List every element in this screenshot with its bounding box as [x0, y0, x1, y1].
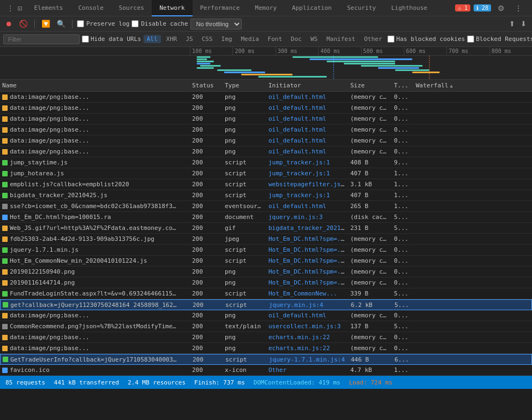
initiator-link[interactable]: usercollect.min.js:3 — [268, 323, 340, 330]
blocked-cookies-checkbox[interactable] — [387, 36, 394, 43]
table-row[interactable]: jump_staytime.js 200 script jump_tracker… — [0, 157, 532, 168]
tab-network[interactable]: Network — [152, 0, 192, 16]
initiator-link[interactable]: jump_tracker.js:1 — [268, 170, 330, 177]
filter-other[interactable]: Other — [361, 35, 385, 43]
tab-memory[interactable]: Memory — [247, 0, 284, 16]
th-name[interactable]: Name — [0, 82, 190, 89]
initiator-link[interactable]: jquery.min.js:4 — [269, 301, 323, 309]
initiator-link[interactable]: oil_default.html — [268, 148, 326, 155]
table-row[interactable]: CommonRecommend.png?json=%7B%22lastModif… — [0, 321, 532, 332]
initiator-link[interactable]: jquery.min.js:3 — [268, 214, 322, 221]
tab-application[interactable]: Application — [284, 0, 339, 16]
filter-manifest[interactable]: Manifest — [323, 35, 358, 43]
initiator-link[interactable]: Other — [268, 366, 286, 374]
initiator-link[interactable]: Hot_Em_DC.html?spm=... — [268, 246, 348, 253]
initiator-link[interactable]: Hot_Em_CommonNew... — [268, 290, 337, 297]
table-row[interactable]: jump_hotarea.js 200 script jump_tracker.… — [0, 168, 532, 179]
hide-data-urls-checkbox[interactable] — [82, 36, 89, 43]
initiator-link[interactable]: echarts.min.js:22 — [268, 334, 330, 341]
initiator-link[interactable]: jump_tracker.js:1 — [268, 192, 330, 199]
table-row[interactable]: data:image/png;base... 200 png oil_defau… — [0, 135, 532, 146]
blocked-requests-label[interactable]: Blocked Requests — [467, 36, 532, 43]
filter-doc[interactable]: Doc — [288, 35, 305, 43]
initiator-link[interactable]: Hot_Em_DC.html?spm=... — [268, 268, 348, 275]
hide-data-urls-label[interactable]: Hide data URLs — [82, 36, 141, 43]
table-row[interactable]: data:image/png;base... 200 png oil_defau… — [0, 114, 532, 125]
upload-button[interactable]: ⬆ — [507, 19, 517, 29]
initiator-link[interactable]: oil_default.html — [268, 137, 326, 144]
download-button[interactable]: ⬇ — [518, 19, 529, 29]
initiator-link[interactable]: Hot_Em_DC.html?spm=... — [268, 257, 348, 264]
th-size[interactable]: Size — [348, 82, 392, 89]
clear-button[interactable]: 🚫 — [17, 19, 30, 29]
cell-size: (memory cac... — [348, 257, 392, 264]
filter-js[interactable]: JS — [182, 35, 196, 43]
table-row[interactable]: data:image/png;base... 200 png oil_defau… — [0, 146, 532, 157]
filter-ws[interactable]: WS — [307, 35, 321, 43]
table-row[interactable]: Web_JS.gif?url=http%3A%2F%2Fdata.eastmon… — [0, 223, 532, 234]
blocked-requests-checkbox[interactable] — [467, 36, 474, 43]
initiator-link[interactable]: oil_default.html — [268, 312, 326, 319]
table-row[interactable]: data:image/png;base... 200 png echarts.m… — [0, 332, 532, 343]
initiator-link[interactable]: jquery-1.7.1.min.js:4 — [269, 356, 345, 363]
tab-lighthouse[interactable]: Lighthouse — [384, 0, 435, 16]
initiator-link[interactable]: Hot_Em_DC.html?spm=... — [268, 235, 348, 242]
table-row[interactable]: jquery-1.7.1.min.js 200 script Hot_Em_DC… — [0, 245, 532, 256]
table-row[interactable]: empblist.js?callback=empblist2020 200 sc… — [0, 179, 532, 190]
filter-input[interactable] — [3, 34, 80, 44]
table-row[interactable]: data:image/png;base... 200 png oil_defau… — [0, 92, 532, 103]
table-row[interactable]: Hot_Em_CommonNew_min_20200410101224.js 2… — [0, 256, 532, 267]
initiator-link[interactable]: jump_tracker.js:1 — [268, 159, 330, 166]
table-row[interactable]: data:image/png;base... 200 png echarts.m… — [0, 343, 532, 354]
blocked-cookies-label[interactable]: Has blocked cookies — [387, 36, 465, 43]
more-button[interactable]: ⋮ — [511, 3, 525, 13]
initiator-link[interactable]: oil_default.html — [268, 104, 326, 111]
table-row[interactable]: data:image/png;base... 200 png oil_defau… — [0, 310, 532, 321]
initiator-link[interactable]: oil_default.html — [268, 203, 326, 210]
table-row[interactable]: FundTradeLoginState.aspx?lt=&v=0.6932464… — [0, 288, 532, 299]
initiator-link[interactable]: websitepagefilter.js:26 — [268, 181, 348, 188]
th-initiator[interactable]: Initiator — [266, 82, 348, 89]
initiator-link[interactable]: echarts.min.js:22 — [268, 345, 330, 352]
preserve-log-label[interactable]: Preserve log — [77, 20, 129, 27]
table-row[interactable]: sse?cb=icomet_cb_0&cname=bdc02c361aab973… — [0, 201, 532, 212]
filter-css[interactable]: CSS — [199, 35, 216, 43]
initiator-link[interactable]: bigdata_tracker_202104... — [268, 224, 348, 232]
filter-media[interactable]: Media — [237, 35, 262, 43]
table-row[interactable]: 20190116144714.png 200 png Hot_Em_DC.htm… — [0, 277, 532, 288]
filter-all[interactable]: All — [144, 35, 161, 43]
search-button[interactable]: 🔍 — [55, 19, 68, 29]
initiator-link[interactable]: oil_default.html — [268, 126, 326, 133]
throttle-select[interactable]: No throttling — [190, 19, 242, 29]
tab-sources[interactable]: Sources — [111, 0, 152, 16]
table-row[interactable]: data:image/png;base... 200 png oil_defau… — [0, 103, 532, 114]
disable-cache-label[interactable]: Disable cache — [131, 20, 188, 27]
filter-xhr[interactable]: XHR — [163, 35, 181, 43]
filter-button[interactable]: 🔽 — [39, 19, 52, 29]
table-row[interactable]: 20190122150940.png 200 png Hot_Em_DC.htm… — [0, 267, 532, 277]
filter-font[interactable]: Font — [265, 35, 286, 43]
th-type[interactable]: Type — [223, 82, 266, 89]
tab-security[interactable]: Security — [339, 0, 384, 16]
th-time[interactable]: T... — [392, 82, 414, 89]
table-row[interactable]: Hot_Em_DC.html?spm=100015.ra 200 documen… — [0, 212, 532, 223]
tab-elements[interactable]: Elements — [26, 0, 70, 16]
table-row[interactable]: bigdata_tracker_20210425.js 200 script j… — [0, 190, 532, 201]
tab-console[interactable]: Console — [70, 0, 111, 16]
tab-performance[interactable]: Performance — [193, 0, 248, 16]
table-row[interactable]: favicon.ico 200 x-icon Other 4.7 kB 1... — [0, 365, 532, 376]
disable-cache-checkbox[interactable] — [131, 20, 139, 27]
initiator-link[interactable]: oil_default.html — [268, 93, 326, 100]
settings-button[interactable]: ⚙ — [494, 3, 508, 13]
initiator-link[interactable]: Hot_Em_DC.html?spm=... — [268, 279, 348, 286]
table-row[interactable]: data:image/png;base... 200 png oil_defau… — [0, 125, 532, 135]
record-button[interactable]: ⏺ — [3, 19, 15, 29]
th-status[interactable]: Status — [190, 82, 223, 89]
th-waterfall[interactable]: Waterfall ▲ — [414, 82, 532, 89]
table-row[interactable]: get?callback=jQuery11230750248164 245889… — [0, 299, 532, 310]
table-row[interactable]: GetTradeUserInfo?callback=jQuery17105830… — [0, 354, 532, 365]
preserve-log-checkbox[interactable] — [77, 20, 84, 27]
filter-img[interactable]: Img — [218, 35, 236, 43]
initiator-link[interactable]: oil_default.html — [268, 115, 326, 122]
table-row[interactable]: fdb25303-2ab4-4d2d-9133-909ab313756c.jpg… — [0, 234, 532, 245]
